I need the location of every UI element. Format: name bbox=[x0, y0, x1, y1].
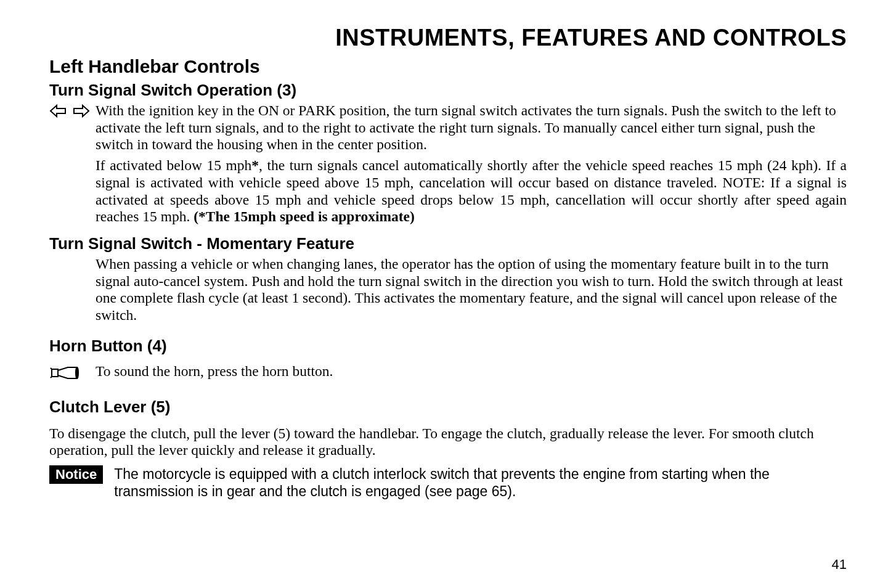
horn-icon bbox=[49, 363, 96, 383]
turn-signal-text: With the ignition key in the ON or PARK … bbox=[96, 102, 847, 234]
subsection-heading-clutch: Clutch Lever (5) bbox=[49, 398, 847, 417]
momentary-text: When passing a vehicle or when changing … bbox=[96, 256, 847, 333]
notice-text: The motorcycle is equipped with a clutch… bbox=[114, 465, 847, 500]
p2-bold2: (*The 15mph speed is approximate) bbox=[193, 208, 415, 224]
momentary-block: When passing a vehicle or when changing … bbox=[49, 256, 847, 333]
subsection-heading-turn-signal-operation: Turn Signal Switch Operation (3) bbox=[49, 81, 847, 100]
turn-signal-paragraph-1: With the ignition key in the ON or PARK … bbox=[96, 102, 847, 153]
p2-part1: If activated below 15 mph bbox=[96, 157, 251, 173]
notice-block: Notice The motorcycle is equipped with a… bbox=[49, 465, 847, 500]
turn-signal-paragraph-2: If activated below 15 mph*, the turn sig… bbox=[96, 157, 847, 226]
p2-bold1: * bbox=[251, 157, 259, 173]
document-page: INSTRUMENTS, FEATURES AND CONTROLS Left … bbox=[0, 0, 896, 588]
turn-signal-block: With the ignition key in the ON or PARK … bbox=[49, 102, 847, 234]
notice-label: Notice bbox=[49, 465, 103, 484]
subsection-heading-horn: Horn Button (4) bbox=[49, 337, 847, 356]
horn-text: To sound the horn, press the horn button… bbox=[96, 363, 847, 389]
momentary-icon-spacer bbox=[49, 256, 96, 257]
subsection-heading-momentary-feature: Turn Signal Switch - Momentary Feature bbox=[49, 234, 847, 253]
clutch-paragraph: To disengage the clutch, pull the lever … bbox=[49, 425, 847, 459]
page-title: INSTRUMENTS, FEATURES AND CONTROLS bbox=[49, 25, 847, 51]
momentary-paragraph: When passing a vehicle or when changing … bbox=[96, 256, 847, 324]
turn-signal-arrows-icon bbox=[49, 102, 96, 118]
horn-paragraph: To sound the horn, press the horn button… bbox=[96, 363, 847, 380]
page-number: 41 bbox=[832, 557, 847, 573]
horn-block: To sound the horn, press the horn button… bbox=[49, 363, 847, 389]
section-heading-left-handlebar: Left Handlebar Controls bbox=[49, 56, 847, 77]
